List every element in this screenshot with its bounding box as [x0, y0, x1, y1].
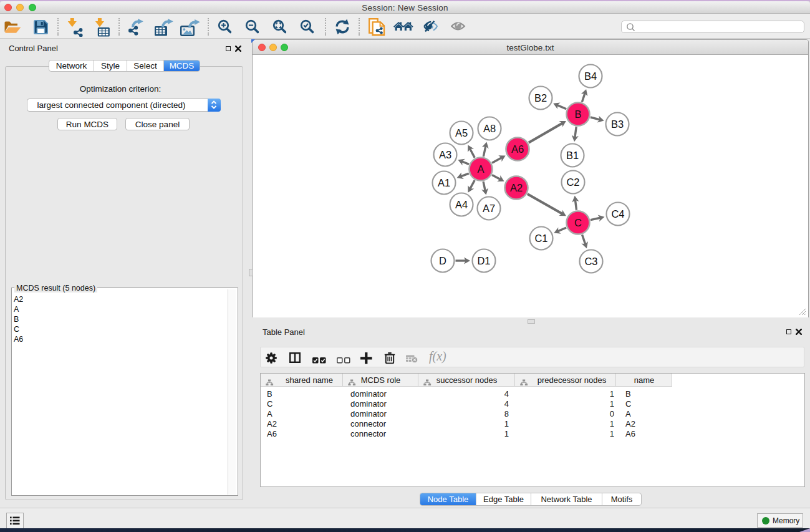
svg-text:C3: C3: [584, 256, 597, 267]
svg-text:A5: A5: [455, 127, 468, 138]
svg-text:C2: C2: [566, 177, 579, 188]
svg-text:C4: C4: [611, 208, 624, 220]
svg-text:D1: D1: [477, 255, 490, 266]
svg-text:A4: A4: [455, 199, 468, 210]
svg-text:B2: B2: [534, 92, 547, 104]
svg-text:B: B: [574, 109, 581, 120]
svg-text:A2: A2: [510, 182, 523, 193]
svg-text:A1: A1: [438, 177, 450, 188]
svg-text:D: D: [439, 255, 446, 266]
svg-text:C1: C1: [534, 233, 547, 244]
svg-text:A7: A7: [483, 203, 495, 214]
svg-text:B3: B3: [611, 118, 624, 130]
svg-text:A: A: [477, 163, 484, 175]
svg-text:A6: A6: [511, 143, 524, 155]
svg-text:B4: B4: [584, 70, 597, 82]
svg-text:C: C: [574, 217, 582, 228]
svg-text:A3: A3: [439, 149, 451, 160]
svg-text:B1: B1: [566, 150, 579, 161]
svg-text:A8: A8: [483, 123, 496, 134]
